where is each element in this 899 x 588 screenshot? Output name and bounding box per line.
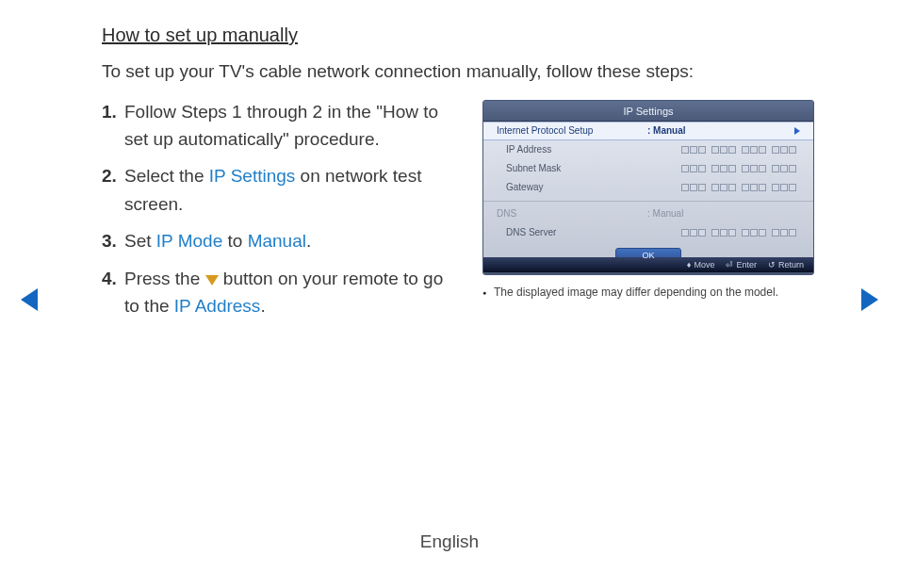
step-text: .: [260, 296, 265, 316]
return-icon: ↺: [768, 260, 776, 270]
row-label: DNS Server: [497, 227, 647, 237]
row-label: IP Address: [497, 144, 647, 155]
footer-move: ♦Move: [687, 260, 715, 270]
keyword-manual: Manual: [248, 231, 306, 251]
down-arrow-icon: [205, 275, 219, 286]
language-label: English: [0, 531, 899, 552]
enter-icon: ⏎: [726, 260, 733, 270]
section-heading: How to set up manually: [102, 24, 814, 46]
row-subnet-mask[interactable]: Subnet Mask: [483, 159, 813, 178]
keyword-ip-address: IP Address: [174, 296, 261, 316]
ip-octets: [647, 184, 800, 191]
prev-page-button[interactable]: [21, 288, 38, 311]
ip-octets: [647, 165, 800, 172]
row-label: DNS: [497, 208, 647, 219]
ip-octets: [647, 229, 800, 237]
row-internet-protocol[interactable]: Internet Protocol Setup : Manual: [483, 122, 813, 140]
step-text: Follow Steps 1 through 2 in the "How to …: [124, 102, 438, 149]
tv-dialog: IP Settings Internet Protocol Setup : Ma…: [482, 100, 814, 275]
row-label: Internet Protocol Setup: [497, 125, 647, 136]
row-dns-server[interactable]: DNS Server: [483, 223, 813, 242]
step-text: Select the: [124, 166, 209, 186]
step-text: .: [306, 231, 311, 251]
step-2: Select the IP Settings on network test s…: [102, 162, 462, 218]
row-value: : Manual: [647, 208, 800, 219]
row-dns: DNS : Manual: [483, 204, 813, 223]
tv-dialog-title: IP Settings: [483, 101, 813, 122]
row-ip-address[interactable]: IP Address: [483, 140, 813, 159]
step-1: Follow Steps 1 through 2 in the "How to …: [102, 98, 462, 154]
footer-return: ↺Return: [768, 260, 804, 270]
footer-enter: ⏎Enter: [726, 260, 757, 270]
image-caption: The displayed image may differ depending…: [482, 285, 814, 301]
keyword-ip-settings: IP Settings: [209, 166, 296, 186]
row-value: : Manual: [647, 125, 794, 136]
move-icon: ♦: [687, 260, 692, 270]
chevron-right-icon: [794, 127, 800, 135]
keyword-ip-mode: IP Mode: [156, 231, 222, 251]
steps-column: Follow Steps 1 through 2 in the "How to …: [102, 98, 462, 330]
row-gateway[interactable]: Gateway: [483, 178, 813, 197]
ip-octets: [647, 146, 800, 154]
next-page-button[interactable]: [861, 288, 878, 311]
step-text: to: [222, 231, 247, 251]
step-text: Set: [124, 231, 156, 251]
intro-text: To set up your TV's cable network connec…: [102, 59, 814, 85]
step-4: Press the button on your remote to go to…: [102, 265, 462, 320]
row-label: Gateway: [497, 182, 647, 192]
row-label: Subnet Mask: [497, 163, 647, 173]
step-3: Set IP Mode to Manual.: [102, 227, 462, 254]
step-text: Press the: [124, 269, 205, 288]
